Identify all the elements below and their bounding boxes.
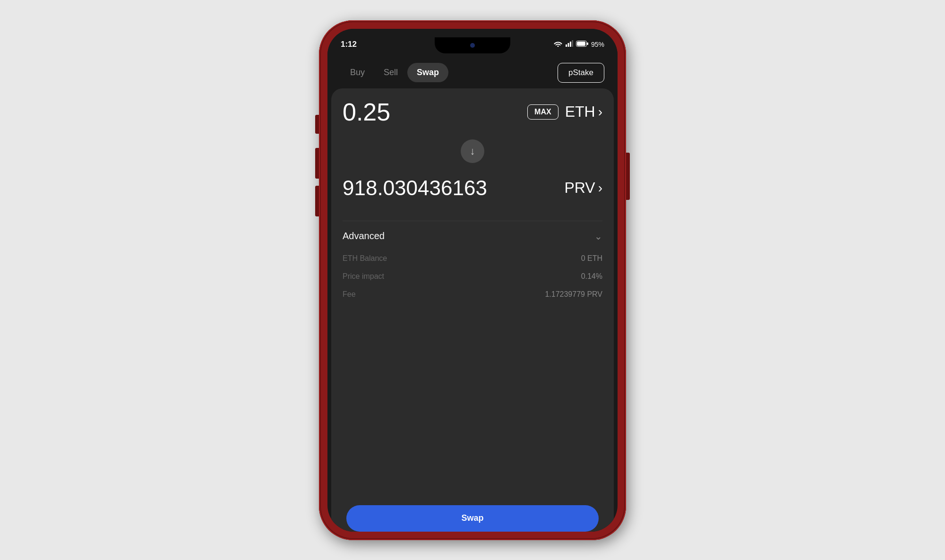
chevron-down-icon: ⌄ [594, 231, 602, 242]
status-icons: 95% [553, 40, 604, 48]
tab-buy[interactable]: Buy [341, 63, 374, 82]
main-area: 0.25 MAX ETH › ↓ [327, 88, 618, 532]
volume-down-button [315, 186, 319, 216]
swap-direction-wrap: ↓ [343, 136, 602, 167]
silent-button [315, 115, 319, 134]
battery-percent: 95% [591, 41, 604, 48]
advanced-label: Advanced [343, 231, 385, 241]
to-token-label: PRV [564, 179, 595, 197]
to-amount-row: 918.030436163 PRV › [343, 167, 602, 209]
fee-value: 1.17239779 PRV [545, 290, 602, 299]
from-amount[interactable]: 0.25 [343, 98, 390, 126]
battery-icon [576, 41, 588, 48]
nav-tabs: Buy Sell Swap pStake [327, 53, 618, 88]
volume-up-button [315, 148, 319, 179]
advanced-section: Advanced ⌄ ETH Balance 0 ETH Price impac… [343, 221, 602, 303]
front-camera [470, 43, 475, 48]
svg-rect-6 [577, 42, 585, 46]
eth-balance-value: 0 ETH [581, 254, 602, 263]
notch [435, 37, 510, 53]
power-button [626, 153, 630, 200]
svg-rect-2 [570, 42, 571, 47]
swap-direction-button[interactable]: ↓ [461, 139, 484, 163]
from-controls: MAX ETH › [527, 103, 602, 121]
svg-rect-5 [587, 43, 588, 45]
swap-button-wrap: Swap [343, 500, 602, 532]
price-impact-label: Price impact [343, 272, 384, 281]
detail-row-fee: Fee 1.17239779 PRV [343, 285, 602, 303]
tab-sell[interactable]: Sell [374, 63, 407, 82]
advanced-header[interactable]: Advanced ⌄ [343, 231, 602, 250]
detail-row-price-impact: Price impact 0.14% [343, 267, 602, 285]
svg-rect-0 [566, 44, 567, 47]
arrow-down-icon: ↓ [470, 145, 475, 157]
svg-rect-3 [572, 40, 573, 47]
fee-label: Fee [343, 290, 356, 299]
status-time: 1:12 [341, 40, 357, 49]
max-button[interactable]: MAX [527, 104, 558, 120]
to-token-selector[interactable]: PRV › [564, 179, 602, 197]
svg-rect-1 [567, 43, 569, 47]
from-token-selector[interactable]: ETH › [565, 103, 602, 121]
from-token-chevron: › [598, 104, 602, 120]
screen: 1:12 [327, 29, 618, 532]
price-impact-value: 0.14% [581, 272, 602, 281]
from-amount-row: 0.25 MAX ETH › [343, 88, 602, 136]
eth-balance-label: ETH Balance [343, 254, 387, 263]
pstake-button[interactable]: pStake [558, 63, 604, 83]
signal-icon [566, 40, 573, 48]
detail-row-eth-balance: ETH Balance 0 ETH [343, 250, 602, 267]
from-token-label: ETH [565, 103, 595, 121]
swap-submit-button[interactable]: Swap [346, 505, 599, 532]
to-amount[interactable]: 918.030436163 [343, 176, 487, 200]
tab-swap[interactable]: Swap [407, 63, 448, 82]
phone-scene: 1:12 [319, 20, 626, 540]
wifi-icon [553, 40, 563, 48]
swap-submit-label: Swap [461, 513, 483, 523]
to-token-chevron: › [598, 181, 602, 196]
